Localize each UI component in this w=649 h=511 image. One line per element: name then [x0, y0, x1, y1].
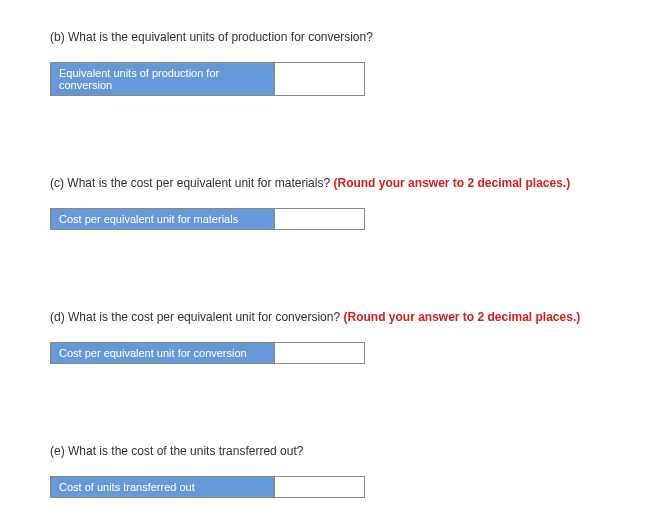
question-b-text: (b) What is the equivalent units of prod…: [50, 30, 599, 44]
question-d-input[interactable]: [275, 343, 364, 363]
question-b-prefix: (b): [50, 30, 68, 44]
question-c-label: Cost per equivalent unit for materials: [50, 208, 275, 230]
question-c-round: (Round your answer to 2 decimal places.): [333, 176, 570, 190]
question-c-input-cell: [275, 208, 365, 230]
question-e: (e) What is the cost of the units transf…: [50, 444, 599, 498]
question-d-label: Cost per equivalent unit for conversion: [50, 342, 275, 364]
question-e-input[interactable]: [275, 477, 364, 497]
question-d-row: Cost per equivalent unit for conversion: [50, 342, 599, 364]
question-b: (b) What is the equivalent units of prod…: [50, 30, 599, 96]
question-d-prefix: (d): [50, 310, 68, 324]
question-b-body: What is the equivalent units of producti…: [68, 30, 373, 44]
question-e-input-cell: [275, 476, 365, 498]
question-b-input-cell: [275, 62, 365, 96]
question-c-body: What is the cost per equivalent unit for…: [67, 176, 333, 190]
question-d-round: (Round your answer to 2 decimal places.): [343, 310, 580, 324]
question-e-label: Cost of units transferred out: [50, 476, 275, 498]
question-d-input-cell: [275, 342, 365, 364]
question-c: (c) What is the cost per equivalent unit…: [50, 176, 599, 230]
question-c-text: (c) What is the cost per equivalent unit…: [50, 176, 599, 190]
question-e-text: (e) What is the cost of the units transf…: [50, 444, 599, 458]
question-b-input[interactable]: [275, 63, 364, 95]
question-b-label: Equivalent units of production for conve…: [50, 62, 275, 96]
question-d-text: (d) What is the cost per equivalent unit…: [50, 310, 599, 324]
question-e-body: What is the cost of the units transferre…: [68, 444, 303, 458]
question-e-prefix: (e): [50, 444, 68, 458]
question-d: (d) What is the cost per equivalent unit…: [50, 310, 599, 364]
question-b-row: Equivalent units of production for conve…: [50, 62, 599, 96]
question-d-body: What is the cost per equivalent unit for…: [68, 310, 343, 324]
question-c-prefix: (c): [50, 176, 67, 190]
question-e-row: Cost of units transferred out: [50, 476, 599, 498]
question-c-row: Cost per equivalent unit for materials: [50, 208, 599, 230]
question-c-input[interactable]: [275, 209, 364, 229]
